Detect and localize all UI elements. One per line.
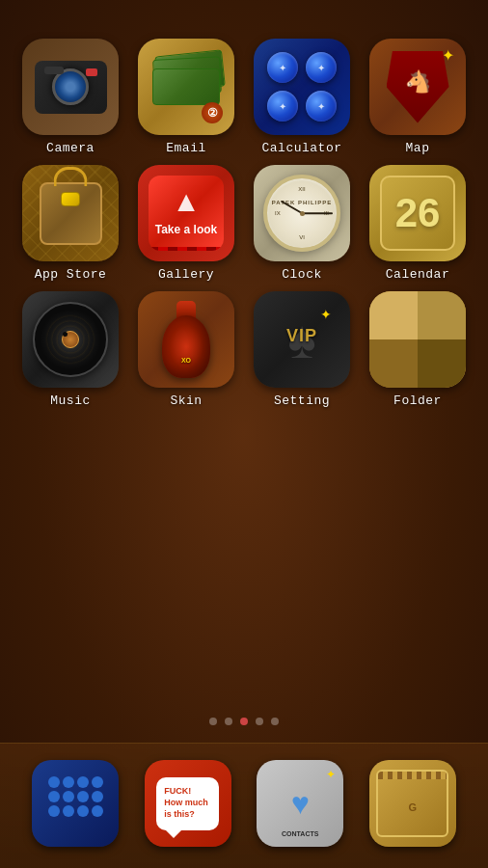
phone-dot-8 — [92, 791, 103, 802]
dock-sms-icon: FUCK! How much is this? — [145, 760, 231, 847]
map-icon: ✦ 🐴 — [369, 39, 466, 135]
map-shield: 🐴 — [387, 51, 449, 123]
cigar-box: G — [376, 770, 448, 837]
app-item-map[interactable]: ✦ 🐴 Map — [365, 39, 471, 155]
dock: FUCK! How much is this? ✦ ♥ CONTACTS G — [0, 743, 488, 868]
roman-6: VI — [299, 234, 305, 240]
app-label-calendar: Calendar — [386, 267, 449, 282]
bottle-body — [162, 315, 210, 378]
roman-9: IX — [275, 210, 281, 216]
folder-q1 — [369, 291, 418, 339]
roman-12: XII — [298, 186, 305, 192]
watch-center — [300, 211, 305, 216]
app-item-calculator[interactable]: ✦ ✦ ✦ ✦ Calculator — [249, 39, 355, 155]
camera-icon — [22, 39, 119, 135]
sparkle-tl: ✦ — [320, 307, 332, 322]
bottle-label: XO — [181, 357, 191, 364]
phone-dot-4 — [92, 776, 103, 788]
dot-4[interactable] — [256, 718, 263, 725]
phone-dot-9 — [48, 805, 60, 817]
cal-body: 26 — [380, 176, 455, 251]
calc-ball-3: ✦ — [267, 91, 298, 122]
watch-hand-min — [302, 212, 333, 214]
contacts-text: CONTACTS — [282, 830, 318, 837]
dock-item-phone[interactable] — [32, 760, 119, 847]
bag — [40, 182, 102, 245]
cigar-stripe — [378, 772, 447, 779]
folder-q2 — [418, 291, 466, 339]
appstore-icon — [22, 165, 119, 261]
app-label-gallery: Gallery — [158, 267, 214, 282]
sms-text-3: is this? — [164, 809, 211, 821]
email-badge: ② — [202, 102, 223, 123]
dock-item-contacts[interactable]: ✦ ♥ CONTACTS — [257, 760, 343, 847]
calc-ball-1: ✦ — [267, 52, 298, 83]
app-label-map: Map — [406, 141, 430, 155]
sms-text-2: How much — [164, 798, 211, 809]
bag-handle — [54, 167, 88, 186]
app-item-setting[interactable]: ♠ VIP ✦ Setting — [249, 291, 355, 408]
app-label-music: Music — [50, 393, 91, 408]
dock-browser-icon: G — [369, 760, 456, 847]
phone-grid — [39, 767, 113, 841]
app-item-gallery[interactable]: ▲ Take a look Gallery — [133, 165, 239, 282]
phone-dot-1 — [48, 776, 60, 788]
calc-ball-2: ✦ — [306, 52, 337, 83]
app-label-email: Email — [166, 141, 206, 155]
dot-indicators — [0, 718, 488, 725]
phone-dot-7 — [77, 791, 89, 802]
gallery-icon: ▲ Take a look — [138, 165, 234, 261]
dock-item-browser[interactable]: G — [369, 760, 456, 847]
camera-lens — [52, 68, 89, 105]
dock-item-sms[interactable]: FUCK! How much is this? — [145, 760, 231, 847]
vinyl-center — [62, 331, 79, 348]
heart-icon: ♥ — [291, 786, 310, 822]
dot-3-active[interactable] — [240, 718, 248, 725]
app-item-calendar[interactable]: 26 Calendar — [365, 165, 471, 282]
bag-clasp — [61, 192, 80, 206]
app-item-email[interactable]: ② Email — [133, 39, 239, 155]
app-item-skin[interactable]: XO Skin — [133, 291, 239, 408]
app-label-clock: Clock — [282, 267, 322, 282]
camera-flash — [86, 68, 97, 76]
vinyl-hole — [63, 332, 68, 337]
phone-dot-10 — [63, 805, 74, 817]
phone-dot-6 — [63, 791, 74, 802]
app-item-clock[interactable]: XII III VI IX PATEK PHILIPPE Clock — [249, 165, 355, 282]
folder-icon — [369, 291, 466, 388]
app-label-calculator: Calculator — [261, 141, 341, 155]
calc-ball-4: ✦ — [306, 91, 337, 122]
cigar-label: G — [378, 779, 447, 835]
sms-text-1: FUCK! — [164, 786, 211, 798]
app-item-music[interactable]: Music — [17, 291, 123, 408]
setting-icon: ♠ VIP ✦ — [254, 291, 350, 388]
phone-dot-2 — [63, 776, 74, 788]
skin-icon: XO — [138, 291, 234, 388]
camera-top — [44, 67, 64, 74]
dot-5[interactable] — [271, 718, 279, 725]
dock-phone-icon — [32, 760, 119, 847]
phone-dot-5 — [48, 791, 60, 802]
gallery-arrow: ▲ — [172, 185, 201, 218]
bottle: XO — [160, 301, 213, 378]
watch-face: XII III VI IX PATEK PHILIPPE — [263, 175, 340, 252]
app-label-appstore: App Store — [35, 267, 107, 282]
app-item-camera[interactable]: Camera — [17, 39, 123, 155]
app-item-folder[interactable]: Folder — [365, 291, 471, 408]
shield-horse: 🐴 — [405, 69, 431, 95]
folder-q4 — [418, 339, 466, 388]
phone-dot-3 — [77, 776, 89, 788]
phone-dot-11 — [77, 805, 89, 817]
contacts-sparkle: ✦ — [326, 768, 336, 781]
dot-1[interactable] — [209, 718, 217, 725]
sms-bubble: FUCK! How much is this? — [156, 777, 219, 830]
vinyl — [33, 302, 108, 377]
vip-spade: ♠ VIP ✦ — [264, 302, 339, 377]
app-grid: Camera ② Email ✦ ✦ ✦ ✦ — [0, 29, 488, 418]
app-item-appstore[interactable]: App Store — [17, 165, 123, 282]
email-icon: ② — [138, 39, 234, 135]
dot-2[interactable] — [225, 718, 232, 725]
music-icon — [22, 291, 119, 388]
app-label-camera: Camera — [46, 141, 95, 155]
calculator-icon: ✦ ✦ ✦ ✦ — [254, 39, 350, 135]
